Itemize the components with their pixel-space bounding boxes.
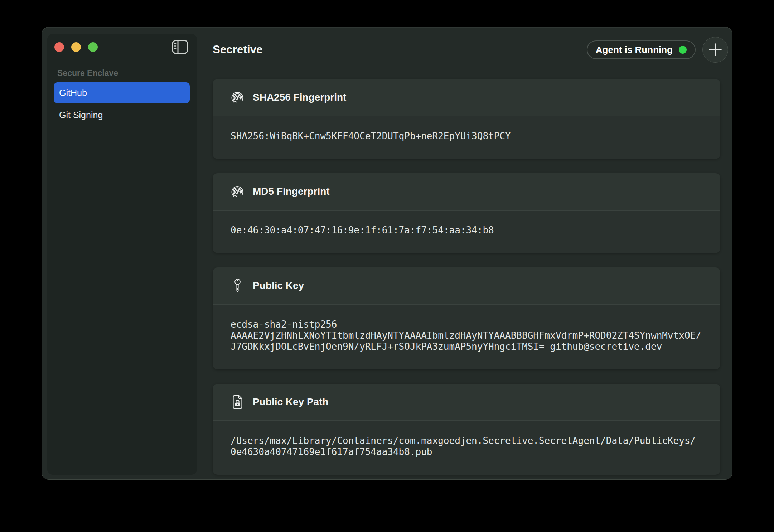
card-header: MD5 Fingerprint xyxy=(213,173,720,211)
close-window-button[interactable] xyxy=(54,42,64,52)
sidebar-item-github[interactable]: GitHub xyxy=(54,82,190,103)
card-title: SHA256 Fingerprint xyxy=(253,92,346,103)
public-key-path-card: Public Key Path /​Users/​max/​Library/​C… xyxy=(213,384,720,475)
sidebar-item-git-signing[interactable]: Git Signing xyxy=(54,105,190,125)
main-content: Secretive Agent is Running xyxy=(197,27,732,479)
fingerprint-icon xyxy=(230,184,245,199)
minimize-window-button[interactable] xyxy=(71,42,81,52)
zoom-window-button[interactable] xyxy=(88,42,98,52)
key-detail-cards: SHA256 Fingerprint SHA256:WiBqBK+Cnw5KFF… xyxy=(213,79,720,475)
status-dot-icon xyxy=(679,46,687,54)
doc-lock-icon xyxy=(232,395,243,410)
plus-icon xyxy=(708,43,722,57)
agent-status-badge[interactable]: Agent is Running xyxy=(587,40,696,59)
sha256-fingerprint-card: SHA256 Fingerprint SHA256:WiBqBK+Cnw5KFF… xyxy=(213,79,720,159)
card-header: Public Key xyxy=(213,267,720,305)
page-title: Secretive xyxy=(213,43,263,56)
public-key-path-value: /​Users/​max/​Library/​Containers/​com.m… xyxy=(213,421,720,475)
sidebar-item-label: Git Signing xyxy=(59,110,103,120)
md5-fingerprint-card: MD5 Fingerprint 0e:46:30:a4:07:47:16:9e:… xyxy=(213,173,720,253)
public-key-card: Public Key ecdsa-sha2-nistp256 AAAAE2VjZ… xyxy=(213,267,720,369)
card-header: Public Key Path xyxy=(213,384,720,421)
sidebar-toggle-button[interactable] xyxy=(172,40,188,54)
public-key-value: ecdsa-sha2-nistp256 AAAAE2VjZHNhLXNoYTIt… xyxy=(213,305,720,369)
card-title: Public Key xyxy=(253,280,304,291)
sidebar-item-label: GitHub xyxy=(59,88,87,98)
fingerprint-icon xyxy=(230,90,245,105)
main-header: Secretive Agent is Running xyxy=(213,37,728,63)
card-title: Public Key Path xyxy=(253,396,329,408)
sha256-fingerprint-value: SHA256:WiBqBK+Cnw5KFF4OCeT2DUTqPb+neR2Ep… xyxy=(213,116,720,159)
md5-fingerprint-value: 0e:46:30:a4:07:47:16:9e:1f:61:7a:f7:54:a… xyxy=(213,211,720,253)
key-icon xyxy=(233,278,242,294)
card-header: SHA256 Fingerprint xyxy=(213,79,720,116)
agent-status-label: Agent is Running xyxy=(596,44,673,55)
sidebar-toggle-icon xyxy=(172,40,188,54)
secrets-list: Secure Enclave GitHub Git Signing xyxy=(54,68,190,127)
sidebar-section-label: Secure Enclave xyxy=(57,68,190,78)
add-secret-button[interactable] xyxy=(702,37,728,63)
window-controls xyxy=(54,42,98,52)
app-window: Secure Enclave GitHub Git Signing Secret… xyxy=(42,27,732,480)
sidebar: Secure Enclave GitHub Git Signing xyxy=(47,34,197,475)
card-title: MD5 Fingerprint xyxy=(253,186,330,197)
